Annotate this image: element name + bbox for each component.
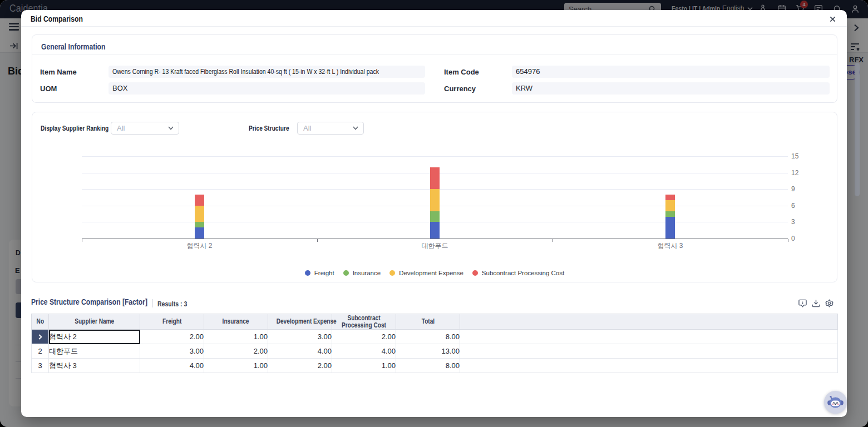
divider: [152, 299, 153, 307]
modal-header: Bid Comparison: [21, 10, 847, 27]
col-header-freight[interactable]: Freight: [140, 314, 204, 330]
table-row[interactable]: 협력사 2 2.00 1.00 3.00 2.00 8.00: [32, 330, 838, 344]
bar-segment[interactable]: [430, 222, 440, 239]
price-structure-label: Price Structure: [249, 125, 299, 132]
x-axis-tick: [317, 239, 318, 242]
filler-cell: [460, 330, 838, 344]
legend-label: Insurance: [353, 270, 381, 276]
item-code-value: 654976: [512, 66, 830, 78]
uom-label: UOM: [40, 85, 57, 93]
supplier-name-cell[interactable]: 협력사 3: [49, 359, 140, 373]
insurance-cell[interactable]: 2.00: [204, 344, 268, 359]
freight-cell[interactable]: 2.00: [140, 330, 204, 344]
chevron-down-icon: [168, 126, 174, 130]
price-structure-select[interactable]: All: [297, 122, 364, 135]
supplier-name-cell[interactable]: 대한푸드: [49, 344, 140, 359]
y-axis-tick-label: 12: [791, 169, 808, 177]
x-axis-tick: [82, 239, 82, 242]
table-row[interactable]: 3 협력사 3 4.00 1.00 2.00 1.00 8.00: [32, 359, 838, 373]
table-toolbar: [798, 299, 834, 307]
x-axis-category-label: 협력사 3: [626, 241, 715, 251]
app-window: Caidentia Search Festo | IT | Admin Engl…: [0, 0, 868, 427]
legend-item[interactable]: Freight: [305, 270, 334, 276]
legend-label: Freight: [314, 270, 334, 276]
legend-label: Subcontract Processing Cost: [482, 270, 564, 276]
subcontract-processing-cost-cell[interactable]: 4.00: [332, 344, 396, 359]
bar-segment[interactable]: [665, 211, 675, 217]
total-cell[interactable]: 8.00: [396, 330, 460, 344]
total-cell[interactable]: 13.00: [396, 344, 460, 359]
bar-segment[interactable]: [195, 206, 204, 222]
chevron-down-icon: [353, 126, 358, 130]
x-axis-line: [82, 239, 788, 239]
table-row[interactable]: 2 대한푸드 3.00 2.00 4.00 4.00 13.00: [32, 344, 838, 359]
x-axis-tick: [553, 239, 553, 242]
bar-segment[interactable]: [665, 200, 675, 211]
general-information-title: General Information: [41, 42, 121, 51]
filler-cell: [460, 344, 838, 359]
freight-cell[interactable]: 4.00: [140, 359, 204, 373]
row-selected-indicator[interactable]: [32, 330, 49, 344]
subcontract-processing-cost-cell[interactable]: 2.00: [332, 330, 396, 344]
legend-item[interactable]: Development Expense: [389, 270, 463, 276]
row-number-cell[interactable]: 2: [32, 344, 49, 359]
x-axis-tick: [788, 239, 788, 242]
legend-dot: [389, 270, 395, 276]
legend-item[interactable]: Subcontract Processing Cost: [472, 270, 564, 276]
y-axis-tick-label: 6: [791, 202, 808, 210]
bar-segment[interactable]: [195, 227, 204, 239]
bar-segment[interactable]: [430, 189, 440, 211]
robot-icon: [826, 393, 845, 411]
y-axis-tick-label: 3: [791, 218, 808, 226]
col-header-supplier-name[interactable]: Supplier Name: [49, 314, 140, 330]
display-supplier-ranking-value: All: [117, 124, 125, 132]
close-icon[interactable]: [828, 15, 837, 23]
subcontract-processing-cost-cell[interactable]: 1.00: [332, 359, 396, 373]
col-header-subcontract-processing-cost[interactable]: Subcontract Processing Cost: [332, 314, 396, 330]
chart-card: Display Supplier Ranking All Price Struc…: [32, 112, 837, 282]
development-expense-cell[interactable]: 2.00: [268, 359, 332, 373]
chatbot-button[interactable]: [824, 391, 847, 414]
insurance-cell[interactable]: 1.00: [204, 330, 268, 344]
chart-legend: FreightInsuranceDevelopment ExpenseSubco…: [32, 270, 837, 276]
row-number-cell[interactable]: 3: [32, 359, 49, 373]
item-name-label: Item Name: [40, 68, 77, 76]
display-supplier-ranking-select[interactable]: All: [111, 122, 179, 135]
page-scrollbar[interactable]: [855, 63, 860, 196]
bar-segment[interactable]: [430, 211, 440, 222]
total-cell[interactable]: 8.00: [396, 359, 460, 373]
insurance-cell[interactable]: 1.00: [204, 359, 268, 373]
bid-comparison-modal: Bid Comparison General Information Item …: [21, 10, 847, 417]
bar-segment[interactable]: [195, 222, 204, 227]
bar-segment[interactable]: [195, 195, 204, 206]
y-axis-tick-label: 0: [791, 235, 808, 242]
tooltip-icon[interactable]: [798, 299, 807, 307]
development-expense-cell[interactable]: 4.00: [268, 344, 332, 359]
legend-label: Development Expense: [399, 270, 463, 276]
currency-label: Currency: [444, 85, 476, 93]
col-header-total[interactable]: Total: [396, 314, 460, 330]
y-axis-tick-label: 9: [791, 185, 808, 193]
divider: [32, 54, 837, 55]
col-header-no[interactable]: No: [32, 314, 49, 330]
freight-cell[interactable]: 3.00: [140, 344, 204, 359]
bar-segment[interactable]: [665, 217, 675, 239]
legend-dot: [305, 270, 310, 276]
bar-segment[interactable]: [430, 167, 440, 189]
item-code-label: Item Code: [444, 68, 479, 76]
col-header-filler: [460, 314, 838, 330]
bar-segment[interactable]: [665, 195, 675, 200]
table-title-bar: Price Structure Comparison [Factor] Resu…: [21, 296, 847, 312]
gear-icon[interactable]: [825, 299, 834, 307]
price-structure-table: No Supplier Name Freight Insurance Devel…: [31, 314, 838, 373]
col-header-insurance[interactable]: Insurance: [204, 314, 268, 330]
development-expense-cell[interactable]: 3.00: [268, 330, 332, 344]
supplier-name-cell[interactable]: 협력사 2: [49, 330, 140, 344]
currency-value: KRW: [512, 82, 830, 95]
item-name-value: Owens Corning R- 13 Kraft faced Fibergla…: [108, 66, 425, 78]
download-icon[interactable]: [812, 299, 820, 307]
legend-item[interactable]: Insurance: [343, 270, 381, 276]
uom-value: BOX: [108, 82, 425, 95]
x-axis-category-label: 대한푸드: [391, 241, 480, 251]
col-header-development-expense[interactable]: Development Expense: [268, 314, 332, 330]
